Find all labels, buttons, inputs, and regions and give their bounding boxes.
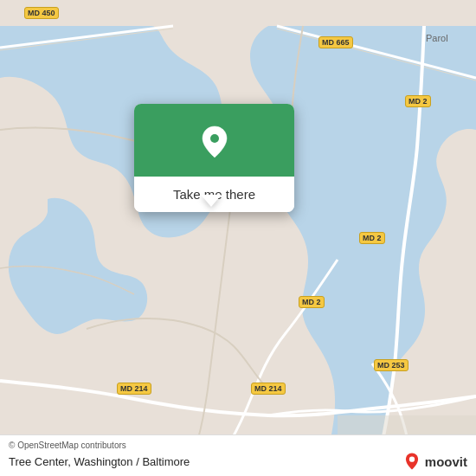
road-label-md2-mid: MD 2: [359, 232, 385, 244]
bottom-bar: © OpenStreetMap contributors Tree Center…: [0, 434, 476, 476]
map-attribution: © OpenStreetMap contributors: [9, 441, 467, 450]
moovit-brand-text: moovit: [425, 454, 467, 469]
svg-point-8: [409, 457, 415, 462]
popup-triangle: [201, 195, 222, 207]
location-pin-icon: [196, 123, 234, 161]
map-container: Parol MD 450 MD 665 MD 2 MD 2 MD 2 MD 21…: [0, 0, 476, 476]
moovit-pin-icon: [402, 452, 421, 471]
road-label-md253: MD 253: [374, 359, 408, 371]
location-label: Tree Center, Washington / Baltimore: [9, 455, 190, 468]
road-label-md2-bot: MD 2: [299, 296, 325, 308]
road-label-md2-top: MD 2: [405, 95, 431, 107]
road-label-md450: MD 450: [24, 7, 59, 19]
map-background: Parol: [0, 0, 476, 476]
svg-text:Parol: Parol: [426, 33, 448, 43]
moovit-logo: moovit: [402, 452, 467, 471]
svg-point-7: [210, 134, 219, 143]
road-label-md214-left: MD 214: [117, 383, 151, 395]
road-label-md665: MD 665: [318, 36, 353, 48]
location-row: Tree Center, Washington / Baltimore moov…: [9, 452, 467, 471]
popup-header: [134, 104, 294, 177]
road-label-md214-right: MD 214: [251, 383, 286, 395]
